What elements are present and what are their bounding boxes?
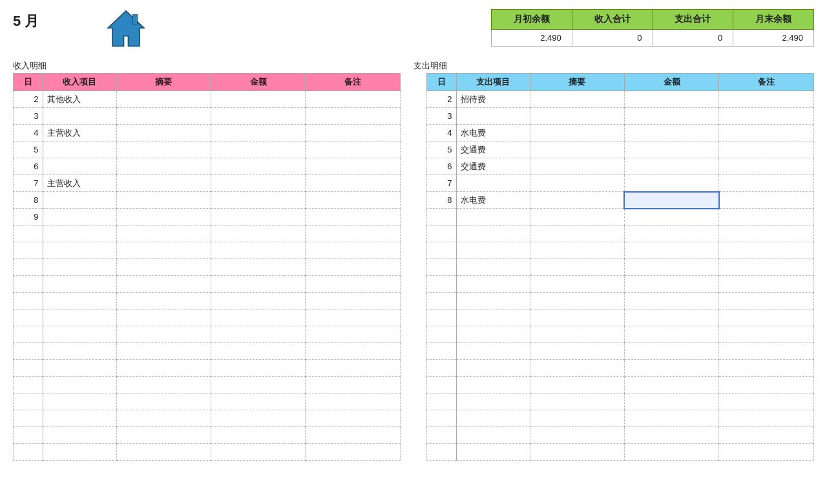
expense-cell-amount[interactable] [624,242,718,259]
expense-cell-summary[interactable] [530,259,624,276]
expense-cell-note[interactable] [719,158,814,175]
expense-cell-note[interactable] [719,293,814,310]
expense-cell-category[interactable] [456,108,530,125]
expense-cell-category[interactable] [456,310,530,326]
income-cell-category[interactable] [43,108,116,125]
expense-cell-note[interactable] [719,108,814,125]
expense-cell-note[interactable] [719,427,814,444]
expense-cell-amount[interactable] [624,158,718,175]
expense-cell-category[interactable] [456,209,530,226]
income-cell-summary[interactable] [116,175,211,192]
expense-cell-amount[interactable] [624,175,718,192]
expense-cell-summary[interactable] [530,326,624,343]
income-cell-day[interactable] [14,377,43,394]
income-cell-note[interactable] [306,343,401,360]
income-cell-summary[interactable] [116,259,211,276]
income-cell-amount[interactable] [211,394,305,410]
income-cell-day[interactable] [14,276,43,293]
income-cell-category[interactable] [43,343,116,360]
income-cell-category[interactable] [43,293,116,310]
income-cell-category[interactable] [43,142,116,158]
expense-cell-day[interactable] [427,226,457,242]
expense-cell-day[interactable] [427,276,457,293]
income-cell-summary[interactable] [116,310,211,326]
expense-cell-category[interactable] [456,444,530,461]
expense-cell-category[interactable]: 交通费 [456,158,530,175]
expense-cell-day[interactable]: 7 [427,175,457,192]
expense-cell-day[interactable] [427,259,457,276]
income-cell-summary[interactable] [116,276,211,293]
income-cell-day[interactable]: 3 [14,108,43,125]
expense-cell-day[interactable] [427,394,457,410]
expense-cell-amount[interactable] [624,276,718,293]
expense-cell-category[interactable] [456,326,530,343]
expense-cell-category[interactable] [456,226,530,242]
income-cell-note[interactable] [306,394,401,410]
income-cell-category[interactable]: 主营收入 [43,125,116,142]
expense-cell-amount[interactable] [624,108,718,125]
income-cell-day[interactable]: 9 [14,209,43,226]
income-cell-day[interactable] [14,242,43,259]
expense-cell-note[interactable] [719,226,814,242]
income-cell-day[interactable]: 4 [14,125,43,142]
expense-cell-day[interactable] [427,310,457,326]
income-cell-note[interactable] [306,226,401,242]
income-cell-note[interactable] [306,293,401,310]
expense-cell-summary[interactable] [530,343,624,360]
income-cell-note[interactable] [306,427,401,444]
expense-cell-summary[interactable] [530,175,624,192]
expense-cell-category[interactable] [456,276,530,293]
income-cell-amount[interactable] [211,108,305,125]
expense-cell-note[interactable] [719,444,814,461]
expense-cell-category[interactable]: 水电费 [456,192,530,209]
expense-cell-summary[interactable] [530,108,624,125]
expense-cell-summary[interactable] [530,310,624,326]
income-cell-summary[interactable] [116,444,211,461]
expense-cell-amount[interactable] [624,192,718,209]
expense-cell-day[interactable]: 4 [427,125,457,142]
expense-cell-day[interactable] [427,242,457,259]
income-cell-category[interactable] [43,326,116,343]
expense-cell-summary[interactable] [530,410,624,427]
expense-cell-note[interactable] [719,175,814,192]
income-cell-category[interactable] [43,444,116,461]
income-cell-day[interactable]: 6 [14,158,43,175]
expense-cell-category[interactable] [456,360,530,377]
expense-cell-amount[interactable] [624,125,718,142]
income-cell-amount[interactable] [211,310,305,326]
income-cell-day[interactable] [14,360,43,377]
income-cell-summary[interactable] [116,242,211,259]
expense-cell-amount[interactable] [624,310,718,326]
income-cell-day[interactable] [14,326,43,343]
expense-cell-category[interactable] [456,394,530,410]
expense-cell-category[interactable]: 水电费 [456,125,530,142]
income-cell-category[interactable] [43,259,116,276]
expense-cell-amount[interactable] [624,394,718,410]
income-cell-amount[interactable] [211,410,305,427]
income-cell-note[interactable] [306,326,401,343]
income-cell-amount[interactable] [211,343,305,360]
income-cell-amount[interactable] [211,91,305,108]
expense-cell-amount[interactable] [624,142,718,158]
expense-cell-note[interactable] [719,242,814,259]
income-cell-note[interactable] [306,142,401,158]
expense-cell-amount[interactable] [624,259,718,276]
expense-cell-day[interactable] [427,410,457,427]
income-cell-amount[interactable] [211,142,305,158]
expense-cell-summary[interactable] [530,125,624,142]
expense-cell-day[interactable]: 5 [427,142,457,158]
income-cell-note[interactable] [306,125,401,142]
income-cell-category[interactable] [43,394,116,410]
expense-cell-amount[interactable] [624,377,718,394]
income-cell-note[interactable] [306,310,401,326]
expense-cell-summary[interactable] [530,293,624,310]
income-cell-category[interactable] [43,158,116,175]
income-cell-note[interactable] [306,377,401,394]
income-cell-summary[interactable] [116,226,211,242]
expense-cell-day[interactable] [427,427,457,444]
expense-cell-day[interactable]: 3 [427,108,457,125]
income-cell-summary[interactable] [116,394,211,410]
income-cell-day[interactable] [14,394,43,410]
income-cell-day[interactable] [14,310,43,326]
income-cell-day[interactable] [14,226,43,242]
